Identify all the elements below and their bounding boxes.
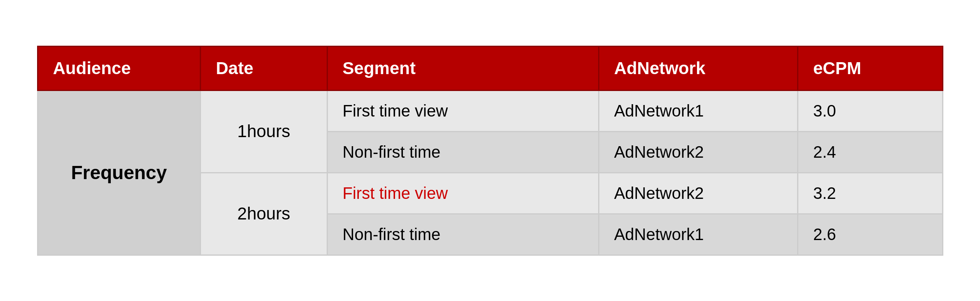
segment-cell-2: Non-first time — [327, 131, 599, 173]
date-cell-1hours: 1hours — [200, 90, 327, 173]
header-segment: Segment — [327, 46, 599, 90]
ecpm-cell-4: 2.6 — [798, 214, 943, 255]
ecpm-cell-3: 3.2 — [798, 173, 943, 214]
table-row: Frequency 1hours First time view AdNetwo… — [37, 90, 943, 131]
header-audience: Audience — [37, 46, 200, 90]
table-body: Frequency 1hours First time view AdNetwo… — [37, 90, 943, 255]
adnetwork-cell-4: AdNetwork1 — [599, 214, 798, 255]
ecpm-cell-1: 3.0 — [798, 90, 943, 131]
adnetwork-cell-3: AdNetwork2 — [599, 173, 798, 214]
segment-cell-highlighted: First time view — [327, 173, 599, 214]
data-table: Audience Date Segment AdNetwork eCPM Fre… — [37, 46, 943, 256]
table-header: Audience Date Segment AdNetwork eCPM — [37, 46, 943, 90]
ecpm-cell-2: 2.4 — [798, 131, 943, 173]
header-date: Date — [200, 46, 327, 90]
table-container: Audience Date Segment AdNetwork eCPM Fre… — [37, 46, 943, 256]
segment-cell-1: First time view — [327, 90, 599, 131]
segment-cell-4: Non-first time — [327, 214, 599, 255]
header-adnetwork: AdNetwork — [599, 46, 798, 90]
date-cell-2hours: 2hours — [200, 173, 327, 255]
adnetwork-cell-2: AdNetwork2 — [599, 131, 798, 173]
audience-cell: Frequency — [37, 90, 200, 255]
adnetwork-cell-1: AdNetwork1 — [599, 90, 798, 131]
header-ecpm: eCPM — [798, 46, 943, 90]
